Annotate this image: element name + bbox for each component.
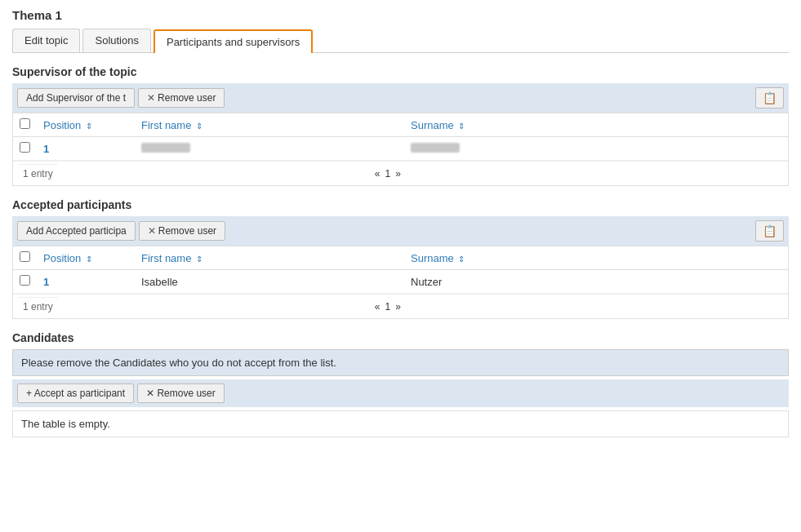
supervisor-select-all-checkbox[interactable]: [20, 118, 30, 129]
participants-page-current: 1: [385, 301, 391, 313]
x-icon: ✕: [147, 92, 155, 104]
supervisor-col-firstname[interactable]: First name ⇕: [135, 113, 404, 137]
candidates-info-text: Please remove the Candidates who you do …: [12, 349, 789, 376]
supervisor-col-position[interactable]: Position ⇕: [37, 113, 135, 137]
participants-select-all-checkbox[interactable]: [20, 251, 30, 262]
supervisor-section-title: Supervisor of the topic: [12, 65, 789, 78]
export-icon-2: 📋: [763, 224, 777, 237]
export-icon: 📋: [763, 91, 777, 104]
participants-col-position[interactable]: Position ⇕: [37, 246, 135, 270]
position-sort-icon: ⇕: [86, 122, 92, 131]
p-position-sort-icon: ⇕: [86, 255, 92, 264]
page-title: Thema 1: [12, 8, 789, 22]
participants-entry-count: 1 entry: [18, 297, 58, 316]
supervisor-page-current: 1: [385, 168, 391, 180]
participants-section: Accepted participants Add Accepted parti…: [12, 198, 789, 319]
supervisor-entry-count: 1 entry: [18, 164, 58, 183]
participant-row-checkbox[interactable]: [13, 270, 37, 294]
supervisor-table-wrapper: Position ⇕ First name ⇕ Surname ⇕: [12, 113, 789, 186]
supervisor-section: Supervisor of the topic Add Supervisor o…: [12, 65, 789, 186]
participant-row-firstname: Isabelle: [135, 270, 404, 294]
participants-pagination: « 1 »: [372, 298, 404, 316]
participant-row-position: 1: [37, 270, 135, 294]
supervisor-page-prev[interactable]: «: [375, 168, 380, 180]
participants-page-prev[interactable]: «: [375, 301, 380, 313]
participants-toolbar: Add Accepted participa ✕Remove user 📋: [12, 216, 789, 246]
x-icon-2: ✕: [148, 225, 156, 237]
participants-table-wrapper: Position ⇕ First name ⇕ Surname ⇕: [12, 246, 789, 319]
supervisor-surname-blurred: [411, 143, 460, 153]
remove-candidate-button[interactable]: ✕ Remove user: [137, 383, 225, 403]
supervisor-row-firstname: [135, 137, 404, 161]
participants-section-title: Accepted participants: [12, 198, 789, 211]
tab-participants-supervisors[interactable]: Participants and supervisors: [154, 29, 313, 53]
supervisor-export-button[interactable]: 📋: [755, 87, 784, 109]
firstname-sort-icon: ⇕: [196, 122, 202, 131]
participants-col-firstname[interactable]: First name ⇕: [135, 246, 404, 270]
participants-select-all-col[interactable]: [13, 246, 37, 270]
supervisor-row-position: 1: [37, 137, 135, 161]
supervisor-col-surname[interactable]: Surname ⇕: [404, 113, 788, 137]
surname-sort-icon: ⇕: [458, 122, 465, 131]
p-firstname-sort-icon: ⇕: [196, 255, 202, 264]
tab-solutions[interactable]: Solutions: [82, 29, 150, 52]
participants-table-header: Position ⇕ First name ⇕ Surname ⇕: [13, 246, 788, 270]
candidates-toolbar: + Accept as participant ✕ Remove user: [12, 379, 789, 407]
supervisor-table-header: Position ⇕ First name ⇕ Surname ⇕: [13, 113, 788, 137]
participant-table-row: 1 Isabelle Nutzer: [13, 270, 788, 294]
supervisor-row-select[interactable]: [20, 142, 30, 153]
participant-row-select[interactable]: [20, 275, 30, 286]
supervisor-select-all-col[interactable]: [13, 113, 37, 137]
p-surname-sort-icon: ⇕: [458, 255, 465, 264]
participants-export-button[interactable]: 📋: [755, 220, 784, 242]
supervisor-row-checkbox[interactable]: [13, 137, 37, 161]
supervisor-firstname-blurred: [141, 143, 190, 153]
supervisor-table-row: 1: [13, 137, 788, 161]
candidates-empty-message: The table is empty.: [12, 410, 789, 437]
add-participant-button[interactable]: Add Accepted participa: [17, 221, 136, 241]
participants-table: Position ⇕ First name ⇕ Surname ⇕: [13, 246, 788, 294]
supervisor-pagination: « 1 »: [372, 165, 404, 183]
participants-col-surname[interactable]: Surname ⇕: [404, 246, 788, 270]
supervisor-row-surname: [404, 137, 788, 161]
accept-participant-button[interactable]: + Accept as participant: [17, 383, 134, 403]
remove-supervisor-button[interactable]: ✕Remove user: [138, 88, 225, 108]
participants-page-next[interactable]: »: [395, 301, 401, 313]
candidates-section-title: Candidates: [12, 331, 789, 344]
tab-bar: Edit topic Solutions Participants and su…: [12, 29, 789, 53]
add-supervisor-button[interactable]: Add Supervisor of the t: [17, 88, 135, 108]
remove-participant-button[interactable]: ✕Remove user: [139, 221, 225, 241]
supervisor-toolbar: Add Supervisor of the t ✕Remove user 📋: [12, 83, 789, 113]
supervisor-page-next[interactable]: »: [395, 168, 401, 180]
candidates-section: Candidates Please remove the Candidates …: [12, 331, 789, 437]
supervisor-table: Position ⇕ First name ⇕ Surname ⇕: [13, 113, 788, 161]
participant-row-surname: Nutzer: [404, 270, 788, 294]
tab-edit-topic[interactable]: Edit topic: [12, 29, 80, 52]
